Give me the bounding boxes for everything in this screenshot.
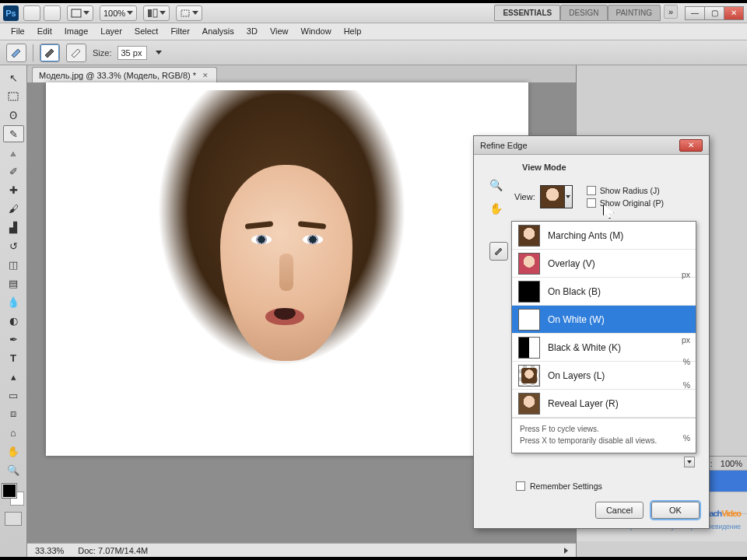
stamp-tool[interactable]: ▟: [3, 219, 24, 236]
svg-rect-2: [153, 9, 157, 17]
status-zoom[interactable]: 33.33%: [35, 546, 64, 555]
menu-edit[interactable]: Edit: [31, 23, 58, 40]
hint-cycle: Press F to cycle views.: [520, 423, 688, 435]
view-option-on-white[interactable]: On White (W): [512, 306, 696, 334]
hand-tool-icon[interactable]: ✋: [487, 200, 504, 217]
menu-analysis[interactable]: Analysis: [196, 23, 240, 40]
svg-rect-0: [72, 9, 81, 17]
blur-tool[interactable]: 💧: [3, 293, 24, 310]
workspace-painting[interactable]: PAINTING: [608, 5, 661, 21]
screen-mode-dropdown[interactable]: [67, 5, 93, 21]
foreground-color[interactable]: [2, 484, 16, 498]
launch-bridge-button[interactable]: [23, 5, 40, 21]
brush-mode-add[interactable]: [40, 44, 60, 62]
dodge-tool[interactable]: ◐: [3, 312, 24, 329]
workspace-essentials[interactable]: ESSENTIALS: [494, 5, 560, 21]
marquee-tool[interactable]: [3, 88, 24, 105]
status-bar: 33.33% Doc: 7.07M/14.4M: [27, 543, 576, 557]
unit-label: %: [683, 380, 690, 390]
menu-view[interactable]: View: [264, 23, 295, 40]
zoom-tool-icon[interactable]: 🔍: [487, 177, 504, 194]
arrange-documents-dropdown[interactable]: [143, 5, 170, 21]
view-option-marching-ants[interactable]: Marching Ants (M): [512, 222, 696, 250]
path-selection-tool[interactable]: ▴: [3, 368, 24, 385]
view-option-on-black[interactable]: On Black (B): [512, 278, 696, 306]
show-original-checkbox[interactable]: Show Original (P): [587, 198, 664, 208]
unit-label: px: [682, 335, 690, 345]
workspace-more[interactable]: »: [664, 5, 678, 19]
hand-tool[interactable]: ✋: [3, 443, 24, 460]
menu-3d[interactable]: 3D: [240, 23, 264, 40]
size-stepper[interactable]: [153, 44, 164, 62]
dialog-body: View Mode 🔍 ✋ View:: [474, 155, 709, 475]
history-brush-tool[interactable]: ↺: [3, 237, 24, 254]
move-tool[interactable]: ↖: [3, 69, 24, 86]
dialog-close-button[interactable]: ✕: [679, 139, 703, 152]
healing-brush-tool[interactable]: ✚: [3, 181, 24, 198]
view-thumb: [518, 253, 540, 275]
gradient-tool[interactable]: ▤: [3, 275, 24, 292]
3d-camera-tool[interactable]: ⌂: [3, 424, 24, 441]
eyedropper-tool[interactable]: ✐: [3, 163, 24, 180]
3d-tool[interactable]: ⧈: [3, 405, 24, 422]
window-maximize-button[interactable]: ▢: [704, 6, 724, 20]
brush-mode-subtract[interactable]: [66, 44, 86, 62]
zoom-level-dropdown[interactable]: 100%: [100, 5, 137, 21]
menu-image[interactable]: Image: [58, 23, 95, 40]
window-close-button[interactable]: ✕: [724, 6, 744, 20]
view-thumb: [518, 393, 540, 415]
svg-rect-3: [181, 10, 189, 16]
ok-button[interactable]: OK: [651, 502, 700, 519]
crop-tool[interactable]: ⟁: [3, 144, 24, 161]
pen-tool[interactable]: ✒: [3, 331, 24, 348]
view-option-black-white[interactable]: Black & White (K): [512, 334, 696, 362]
launch-minibridge-button[interactable]: [44, 5, 61, 21]
show-radius-checkbox[interactable]: Show Radius (J): [587, 186, 664, 195]
zoom-tool[interactable]: 🔍: [3, 461, 24, 478]
type-tool[interactable]: T: [3, 349, 24, 366]
main-area: ↖ ʘ ✎ ⟁ ✐ ✚ 🖌 ▟ ↺ ◫ ▤ 💧 ◐ ✒ T ▴ ▭ ⧈ ⌂ ✋ …: [0, 65, 747, 557]
view-thumb: [518, 309, 540, 331]
eraser-tool[interactable]: ◫: [3, 256, 24, 273]
title-bar-tool-group: [23, 5, 61, 21]
dialog-title-bar[interactable]: Refine Edge ✕: [474, 136, 709, 155]
size-input[interactable]: [117, 46, 147, 60]
current-tool-icon[interactable]: [6, 44, 26, 62]
view-option-on-layers[interactable]: On Layers (L): [512, 362, 696, 390]
refine-edge-dialog: Refine Edge ✕ View Mode 🔍 ✋ View:: [473, 135, 710, 529]
lasso-tool[interactable]: ʘ: [3, 107, 24, 124]
workspace-design[interactable]: DESIGN: [560, 5, 607, 21]
color-swatches[interactable]: [2, 484, 24, 506]
brush-tool[interactable]: 🖌: [3, 200, 24, 217]
document-tab[interactable]: Модель.jpg @ 33.3% (Модель, RGB/8) * ✕: [32, 67, 217, 82]
quick-selection-tool[interactable]: ✎: [3, 125, 24, 142]
extras-dropdown[interactable]: [176, 5, 202, 21]
shape-tool[interactable]: ▭: [3, 387, 24, 404]
view-dropdown-toggle[interactable]: [564, 186, 572, 208]
remember-settings-checkbox[interactable]: Remember Settings: [516, 481, 700, 491]
view-option-overlay[interactable]: Overlay (V): [512, 250, 696, 278]
menu-file[interactable]: File: [5, 23, 31, 40]
window-controls: — ▢ ✕: [686, 6, 744, 20]
close-tab-icon[interactable]: ✕: [201, 71, 210, 80]
view-dropdown-hints: Press F to cycle views. Press X to tempo…: [512, 418, 696, 453]
menu-filter[interactable]: Filter: [164, 23, 195, 40]
canvas: [46, 82, 528, 456]
status-arrow-icon[interactable]: [564, 548, 568, 554]
menu-select[interactable]: Select: [128, 23, 165, 40]
output-to-dropdown[interactable]: [684, 457, 695, 467]
view-thumb: [518, 225, 540, 247]
app-window: Ps 100% ESSENTIALS DESIGN PAINTING »: [0, 3, 747, 557]
menu-help[interactable]: Help: [338, 23, 368, 40]
refine-radius-tool[interactable]: [489, 242, 508, 261]
window-minimize-button[interactable]: —: [685, 6, 705, 20]
layers-fill-value[interactable]: 100%: [721, 459, 742, 468]
menu-window[interactable]: Window: [295, 23, 338, 40]
view-mode-dropdown[interactable]: [540, 185, 573, 208]
view-option-reveal-layer[interactable]: Reveal Layer (R): [512, 390, 696, 418]
menu-layer[interactable]: Layer: [94, 23, 128, 40]
hint-disable: Press X to temporarily disable all views…: [520, 435, 688, 446]
quick-mask-toggle[interactable]: [5, 512, 22, 526]
cancel-button[interactable]: Cancel: [595, 502, 644, 519]
document-tab-title: Модель.jpg @ 33.3% (Модель, RGB/8) *: [39, 71, 196, 80]
